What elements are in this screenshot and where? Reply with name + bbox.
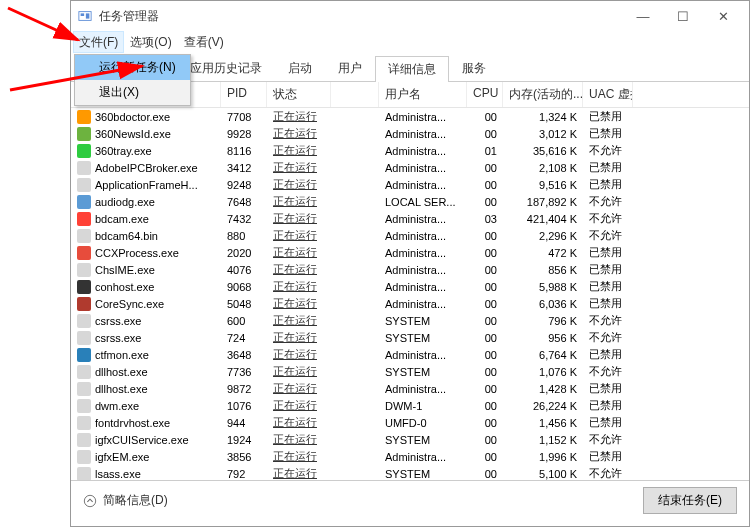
process-icon — [77, 314, 91, 328]
process-name: lsass.exe — [95, 468, 141, 480]
table-row[interactable]: 360NewsId.exe9928正在运行Administra...003,01… — [71, 125, 749, 142]
process-pid: 7708 — [221, 111, 267, 123]
table-row[interactable]: dllhost.exe7736正在运行SYSTEM001,076 K不允许 — [71, 363, 749, 380]
menu-view[interactable]: 查看(V) — [178, 31, 230, 53]
process-uac: 不允许 — [583, 194, 633, 209]
col-mem[interactable]: 内存(活动的... — [503, 82, 583, 107]
svg-point-5 — [84, 495, 95, 506]
process-name: dwm.exe — [95, 400, 139, 412]
process-uac: 不允许 — [583, 143, 633, 158]
process-mem: 1,428 K — [503, 383, 583, 395]
menu-file[interactable]: 文件(F) — [73, 31, 124, 53]
process-user: Administra... — [379, 383, 467, 395]
table-row[interactable]: igfxCUIService.exe1924正在运行SYSTEM001,152 … — [71, 431, 749, 448]
menu-exit[interactable]: 退出(X) — [75, 80, 190, 105]
svg-rect-3 — [81, 13, 85, 16]
process-status: 正在运行 — [273, 433, 317, 445]
table-row[interactable]: ApplicationFrameH...9248正在运行Administra..… — [71, 176, 749, 193]
table-row[interactable]: AdobeIPCBroker.exe3412正在运行Administra...0… — [71, 159, 749, 176]
brief-info-label: 简略信息(D) — [103, 492, 168, 509]
process-cpu: 00 — [467, 468, 503, 480]
table-row[interactable]: conhost.exe9068正在运行Administra...005,988 … — [71, 278, 749, 295]
process-cpu: 00 — [467, 366, 503, 378]
col-cpu[interactable]: CPU — [467, 82, 503, 107]
process-cpu: 00 — [467, 179, 503, 191]
process-icon — [77, 144, 91, 158]
process-icon — [77, 365, 91, 379]
process-cpu: 00 — [467, 315, 503, 327]
table-row[interactable]: igfxEM.exe3856正在运行Administra...001,996 K… — [71, 448, 749, 465]
process-name: dllhost.exe — [95, 366, 148, 378]
process-uac: 已禁用 — [583, 245, 633, 260]
process-mem: 26,224 K — [503, 400, 583, 412]
process-uac: 已禁用 — [583, 415, 633, 430]
process-icon — [77, 433, 91, 447]
process-status: 正在运行 — [273, 110, 317, 122]
process-icon — [77, 229, 91, 243]
menu-options[interactable]: 选项(O) — [124, 31, 177, 53]
window-title: 任务管理器 — [99, 8, 623, 25]
menu-run-new-task[interactable]: 运行新任务(N) — [75, 55, 190, 80]
brief-info-button[interactable]: 简略信息(D) — [83, 492, 168, 509]
process-user: SYSTEM — [379, 468, 467, 480]
process-user: SYSTEM — [379, 434, 467, 446]
table-row[interactable]: ctfmon.exe3648正在运行Administra...006,764 K… — [71, 346, 749, 363]
col-blank — [331, 82, 379, 107]
table-row[interactable]: CCXProcess.exe2020正在运行Administra...00472… — [71, 244, 749, 261]
table-row[interactable]: csrss.exe724正在运行SYSTEM00956 K不允许 — [71, 329, 749, 346]
process-user: Administra... — [379, 349, 467, 361]
table-row[interactable]: bdcam.exe7432正在运行Administra...03421,404 … — [71, 210, 749, 227]
process-user: Administra... — [379, 128, 467, 140]
table-row[interactable]: csrss.exe600正在运行SYSTEM00796 K不允许 — [71, 312, 749, 329]
process-icon — [77, 195, 91, 209]
process-status: 正在运行 — [273, 178, 317, 190]
table-row[interactable]: audiodg.exe7648正在运行LOCAL SER...00187,892… — [71, 193, 749, 210]
process-pid: 792 — [221, 468, 267, 480]
table-row[interactable]: ChsIME.exe4076正在运行Administra...00856 K已禁… — [71, 261, 749, 278]
table-row[interactable]: dllhost.exe9872正在运行Administra...001,428 … — [71, 380, 749, 397]
process-status: 正在运行 — [273, 280, 317, 292]
tab-apphistory[interactable]: 应用历史记录 — [177, 55, 275, 81]
col-uac[interactable]: UAC 虚拟化 — [583, 82, 633, 107]
process-name: csrss.exe — [95, 332, 141, 344]
close-button[interactable]: ✕ — [703, 2, 743, 30]
process-mem: 2,108 K — [503, 162, 583, 174]
table-row[interactable]: fontdrvhost.exe944正在运行UMFD-0001,456 K已禁用 — [71, 414, 749, 431]
col-pid[interactable]: PID — [221, 82, 267, 107]
process-icon — [77, 212, 91, 226]
process-list[interactable]: 名称 PID 状态 用户名 CPU 内存(活动的... UAC 虚拟化 360b… — [71, 82, 749, 480]
table-row[interactable]: 360tray.exe8116正在运行Administra...0135,616… — [71, 142, 749, 159]
process-icon — [77, 348, 91, 362]
table-row[interactable]: bdcam64.bin880正在运行Administra...002,296 K… — [71, 227, 749, 244]
process-icon — [77, 110, 91, 124]
tab-users[interactable]: 用户 — [325, 55, 375, 81]
table-row[interactable]: lsass.exe792正在运行SYSTEM005,100 K不允许 — [71, 465, 749, 480]
process-user: LOCAL SER... — [379, 196, 467, 208]
process-uac: 已禁用 — [583, 160, 633, 175]
process-pid: 944 — [221, 417, 267, 429]
process-status: 正在运行 — [273, 195, 317, 207]
maximize-button[interactable]: ☐ — [663, 2, 703, 30]
process-pid: 7736 — [221, 366, 267, 378]
table-row[interactable]: CoreSync.exe5048正在运行Administra...006,036… — [71, 295, 749, 312]
col-status[interactable]: 状态 — [267, 82, 331, 107]
tab-details[interactable]: 详细信息 — [375, 56, 449, 82]
process-cpu: 00 — [467, 383, 503, 395]
minimize-button[interactable]: — — [623, 2, 663, 30]
process-cpu: 00 — [467, 247, 503, 259]
tab-startup[interactable]: 启动 — [275, 55, 325, 81]
table-row[interactable]: 360bdoctor.exe7708正在运行Administra...001,3… — [71, 108, 749, 125]
table-row[interactable]: dwm.exe1076正在运行DWM-10026,224 K已禁用 — [71, 397, 749, 414]
process-cpu: 00 — [467, 434, 503, 446]
end-task-button[interactable]: 结束任务(E) — [643, 487, 737, 514]
process-mem: 5,100 K — [503, 468, 583, 480]
process-user: DWM-1 — [379, 400, 467, 412]
process-status: 正在运行 — [273, 382, 317, 394]
process-name: ChsIME.exe — [95, 264, 155, 276]
process-status: 正在运行 — [273, 246, 317, 258]
process-name: ctfmon.exe — [95, 349, 149, 361]
col-user[interactable]: 用户名 — [379, 82, 467, 107]
process-icon — [77, 178, 91, 192]
tab-services[interactable]: 服务 — [449, 55, 499, 81]
process-user: SYSTEM — [379, 366, 467, 378]
